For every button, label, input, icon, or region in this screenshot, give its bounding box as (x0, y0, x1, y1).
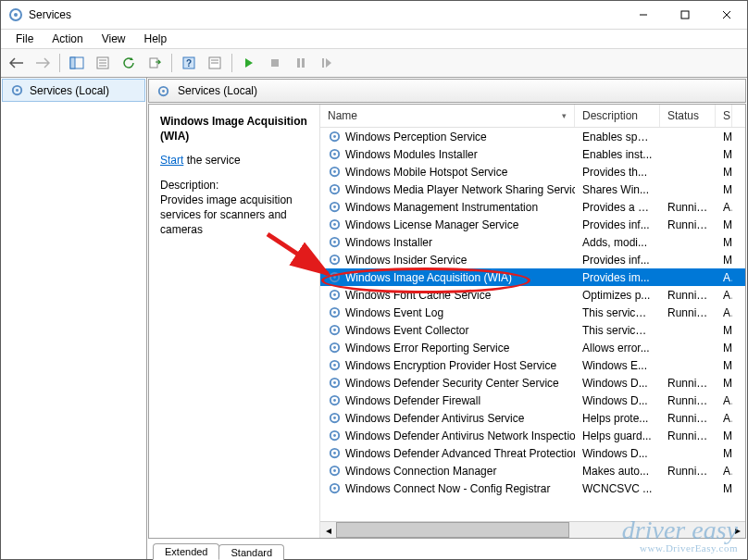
table-row[interactable]: Windows Defender Antivirus Network Inspe… (320, 427, 745, 444)
detail-header: Services (Local) (148, 79, 746, 103)
gear-icon (328, 253, 342, 267)
cell-startup: A (716, 201, 732, 214)
table-row[interactable]: Windows Modules InstallerEnables inst...… (320, 145, 745, 163)
cell-description: Windows D... (575, 394, 660, 407)
gear-icon (328, 446, 342, 460)
table-row[interactable]: Windows Mobile Hotspot ServiceProvides t… (320, 163, 745, 180)
start-service-line: Start the service (160, 153, 308, 168)
cell-description: Adds, modi... (575, 236, 660, 249)
gear-icon (328, 130, 342, 143)
show-hide-tree-button[interactable] (65, 51, 89, 75)
svg-point-1 (14, 13, 18, 17)
gear-icon (328, 323, 342, 337)
svg-point-29 (333, 153, 336, 156)
window-title: Services (29, 8, 71, 21)
gear-icon (328, 376, 342, 390)
cell-name: Windows Modules Installer (320, 147, 575, 161)
view-tabs: Extended Standard (147, 539, 747, 559)
minimize-button[interactable] (622, 1, 664, 29)
cell-startup: A (716, 306, 732, 319)
table-row[interactable]: Windows Defender Antivirus ServiceHelps … (320, 409, 745, 427)
menu-action[interactable]: Action (43, 31, 92, 47)
table-row[interactable]: Windows Error Reporting ServiceAllows er… (320, 339, 745, 356)
gear-icon (328, 429, 342, 442)
cell-startup: M (716, 254, 732, 267)
maximize-button[interactable] (664, 1, 705, 29)
start-link[interactable]: Start (160, 154, 183, 167)
column-description[interactable]: Description (575, 105, 660, 127)
table-row[interactable]: Windows Media Player Network Sharing Ser… (320, 180, 745, 198)
svg-point-57 (333, 399, 336, 402)
svg-point-51 (333, 346, 336, 349)
start-service-button[interactable] (237, 51, 261, 75)
export-list-button[interactable] (143, 51, 167, 75)
cell-name: Windows Installer (320, 235, 575, 249)
tab-standard[interactable]: Standard (218, 544, 284, 560)
menu-help[interactable]: Help (135, 31, 177, 47)
table-row[interactable]: Windows Defender Advanced Threat Protect… (320, 444, 745, 462)
table-row[interactable]: Windows Connection ManagerMakes auto...R… (320, 462, 745, 479)
properties-button-2[interactable] (203, 51, 227, 75)
cell-startup: M (716, 218, 732, 231)
column-name[interactable]: Name▾ (320, 105, 575, 127)
pause-service-button[interactable] (289, 51, 313, 75)
svg-point-31 (333, 170, 336, 173)
svg-point-65 (333, 469, 336, 472)
table-row[interactable]: Windows Event CollectorThis service ...M (320, 321, 745, 339)
cell-description: Makes auto... (575, 465, 660, 478)
refresh-button[interactable] (117, 51, 141, 75)
scrollbar-thumb[interactable] (336, 522, 569, 538)
table-row[interactable]: Windows InstallerAdds, modi...M (320, 233, 745, 251)
cell-description: Windows D... (575, 377, 660, 390)
tree-item-services-local[interactable]: Services (Local) (2, 79, 145, 102)
cell-name: Windows License Manager Service (320, 218, 575, 231)
table-row[interactable]: Windows Image Acquisition (WIA)Provides … (320, 268, 745, 286)
table-row[interactable]: Windows Connect Now - Config RegistrarWC… (320, 479, 745, 497)
table-row[interactable]: Windows Defender Security Center Service… (320, 374, 745, 392)
menu-view[interactable]: View (93, 31, 135, 47)
cell-status: Running (660, 429, 716, 442)
gear-icon (328, 200, 342, 214)
table-row[interactable]: Windows Management InstrumentationProvid… (320, 198, 745, 216)
column-status[interactable]: Status (660, 105, 716, 127)
gear-icon (328, 305, 342, 319)
close-button[interactable] (705, 1, 747, 29)
table-row[interactable]: Windows License Manager ServiceProvides … (320, 216, 745, 233)
table-row[interactable]: Windows Insider ServiceProvides inf...M (320, 251, 745, 268)
stop-service-button[interactable] (263, 51, 287, 75)
tree-item-label: Services (Local) (30, 84, 109, 97)
cell-startup: A (716, 271, 732, 284)
cell-description: This service ... (575, 324, 660, 337)
cell-description: WCNCSVC ... (575, 482, 660, 495)
services-list: Name▾ Description Status S Windows Perce… (320, 105, 745, 538)
cell-startup: M (716, 166, 732, 179)
cell-name: Windows Perception Service (320, 130, 575, 143)
table-row[interactable]: Windows Perception ServiceEnables spa...… (320, 128, 745, 145)
forward-button[interactable] (31, 51, 55, 75)
back-button[interactable] (5, 51, 29, 75)
properties-button[interactable] (91, 51, 115, 75)
table-row[interactable]: Windows Defender FirewallWindows D...Run… (320, 392, 745, 409)
cell-description: Enables spa... (575, 131, 660, 143)
table-row[interactable]: Windows Encryption Provider Host Service… (320, 356, 745, 374)
scroll-right-icon[interactable]: ▸ (729, 522, 745, 538)
cell-description: Windows E... (575, 359, 660, 372)
restart-service-button[interactable] (315, 51, 339, 75)
gear-icon (328, 235, 342, 249)
table-row[interactable]: Windows Event LogThis service ...Running… (320, 304, 745, 321)
cell-status: Running (660, 289, 716, 302)
column-startup[interactable]: S (716, 105, 732, 127)
cell-name: Windows Error Reporting Service (320, 341, 575, 355)
table-row[interactable]: Windows Font Cache ServiceOptimizes p...… (320, 286, 745, 304)
svg-point-45 (333, 293, 336, 296)
tab-extended[interactable]: Extended (153, 543, 219, 560)
menu-file[interactable]: File (6, 31, 43, 47)
cell-startup: M (716, 359, 732, 372)
cell-name: Windows Event Log (320, 305, 575, 319)
cell-name: Windows Event Collector (320, 323, 575, 337)
horizontal-scrollbar[interactable]: ◂ ▸ (320, 521, 745, 538)
help-button[interactable]: ? (177, 51, 201, 75)
cell-name: Windows Management Instrumentation (320, 200, 575, 214)
svg-point-67 (333, 487, 336, 490)
scroll-left-icon[interactable]: ◂ (320, 522, 336, 538)
